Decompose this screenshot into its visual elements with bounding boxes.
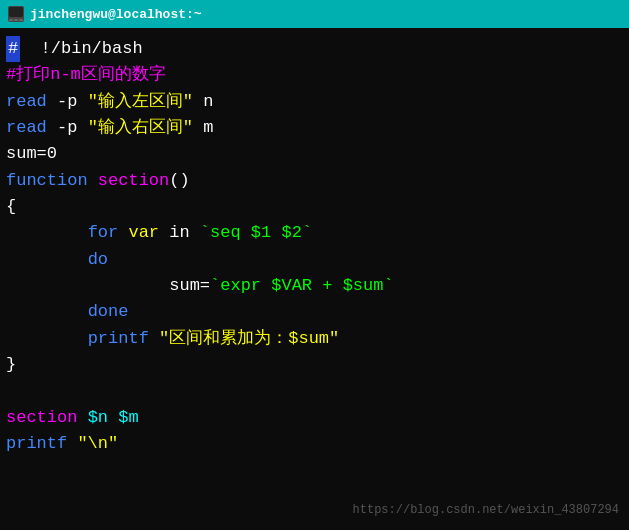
watermark: https://blog.csdn.net/weixin_43807294	[353, 501, 619, 520]
svg-rect-3	[14, 19, 18, 21]
code-line-section-call: section $n $m	[6, 405, 623, 431]
code-area: # !/bin/bash #打印n-m区间的数字 read -p "输入左区间"…	[0, 28, 629, 530]
code-line-brace-open: {	[6, 194, 623, 220]
code-line-printf2: printf "\n"	[6, 431, 623, 457]
code-line-for: for var in `seq $1 $2`	[6, 220, 623, 246]
title-bar: jinchengwu@localhost:~	[0, 0, 629, 28]
terminal-icon	[8, 6, 24, 22]
code-line-sum0: sum=0	[6, 141, 623, 167]
code-line-brace-close: }	[6, 352, 623, 378]
code-line-printf1: printf "区间和累加为：$sum"	[6, 326, 623, 352]
title-bar-text: jinchengwu@localhost:~	[30, 7, 202, 22]
code-line-empty	[6, 378, 623, 404]
shebang-hash: #	[6, 36, 20, 62]
code-line-function: function section()	[6, 168, 623, 194]
code-line-shebang: # !/bin/bash	[6, 36, 623, 62]
svg-rect-4	[19, 19, 23, 21]
svg-rect-1	[9, 7, 23, 17]
code-line-done: done	[6, 299, 623, 325]
code-line-do: do	[6, 247, 623, 273]
code-line-read1: read -p "输入左区间" n	[6, 89, 623, 115]
code-line-comment: #打印n-m区间的数字	[6, 62, 623, 88]
svg-rect-2	[9, 19, 13, 21]
code-line-read2: read -p "输入右区间" m	[6, 115, 623, 141]
code-line-sum-expr: sum=`expr $VAR + $sum`	[6, 273, 623, 299]
